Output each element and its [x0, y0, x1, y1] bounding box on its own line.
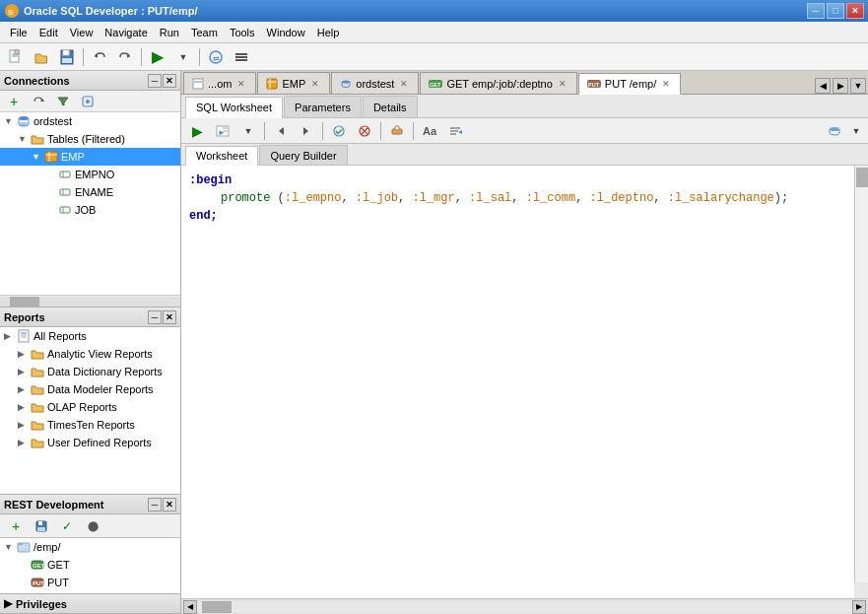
tab-close-btn[interactable]: ✕ [557, 78, 568, 90]
run-script-btn[interactable]: ► [211, 120, 234, 142]
connect-button[interactable]: ⇄ [204, 46, 228, 68]
rest-save-btn[interactable] [30, 515, 53, 537]
query-builder-tab[interactable]: Query Builder [259, 145, 347, 165]
svg-rect-15 [235, 59, 247, 61]
folder-icon [30, 381, 45, 397]
parameters-tab[interactable]: Parameters [284, 96, 362, 117]
save-button[interactable] [55, 46, 79, 68]
tab-ordstest[interactable]: ordstest ✕ [331, 72, 419, 94]
tab-get-emp[interactable]: GET GET emp/:job/:deptno ✕ [420, 72, 576, 94]
tree-item-emp-resource[interactable]: ▼ /emp/ [0, 538, 180, 556]
menu-navigate[interactable]: Navigate [99, 25, 153, 40]
h-scroll-thumb[interactable] [10, 297, 39, 307]
filter-btn[interactable] [51, 91, 75, 112]
menu-run[interactable]: Run [154, 25, 185, 40]
rest-validate-btn[interactable]: ✓ [55, 515, 79, 537]
tree-item-timesten[interactable]: ▶ TimesTen Reports [0, 416, 180, 434]
tab-close-btn[interactable]: ✕ [309, 78, 321, 90]
redo-button[interactable] [113, 46, 137, 68]
scroll-left-btn[interactable]: ◀ [183, 600, 197, 614]
menu-edit[interactable]: Edit [33, 25, 64, 40]
svg-text:PUT: PUT [33, 580, 44, 586]
vertical-scrollbar[interactable] [854, 166, 868, 582]
run-green-button[interactable]: ▶ [146, 46, 169, 68]
tree-item-tables[interactable]: ▼ Tables (Filtered) [0, 130, 180, 148]
menu-tools[interactable]: Tools [224, 25, 261, 40]
tree-item-user-defined[interactable]: ▶ User Defined Reports [0, 434, 180, 451]
more-button[interactable] [230, 46, 253, 68]
sql-nav-next[interactable] [295, 120, 318, 142]
v-scroll-thumb[interactable] [856, 168, 868, 187]
tab-put-emp[interactable]: PUT PUT /emp/ ✕ [578, 73, 681, 95]
connections-minimize-btn[interactable]: ─ [148, 74, 162, 88]
tree-item-ordstest[interactable]: ▼ ordstest [0, 112, 180, 130]
rest-minimize-btn[interactable]: ─ [148, 498, 162, 512]
tree-item-all-reports[interactable]: ▶ All Reports [0, 327, 180, 345]
worksheet-sub-tab[interactable]: Worksheet [185, 146, 258, 166]
tree-item-data-dict[interactable]: ▶ Data Dictionary Reports [0, 363, 180, 380]
add-connection-btn[interactable]: + [2, 91, 26, 112]
sql-worksheet-tab[interactable]: SQL Worksheet [185, 97, 283, 118]
tab-close-btn[interactable]: ✕ [235, 78, 247, 90]
tree-item-empno[interactable]: EMPNO [0, 166, 180, 183]
minimize-button[interactable]: ─ [807, 3, 825, 19]
menu-window[interactable]: Window [261, 25, 311, 40]
open-button[interactable] [30, 46, 53, 68]
rest-more-btn[interactable]: ⬤ [81, 515, 104, 537]
reports-close-btn[interactable]: ✕ [163, 310, 176, 324]
new-button[interactable] [4, 46, 28, 68]
run-dropdown[interactable]: ▼ [171, 46, 195, 68]
run-statement-btn[interactable]: ▶ [185, 120, 209, 142]
tab-nav-left[interactable]: ◀ [815, 78, 831, 94]
tab-close-btn[interactable]: ✕ [398, 78, 410, 90]
tree-item-ename[interactable]: ENAME [0, 183, 180, 201]
cancel-btn[interactable] [385, 120, 409, 142]
menu-file[interactable]: File [4, 25, 33, 40]
reports-minimize-btn[interactable]: ─ [148, 310, 162, 324]
tab-close-btn[interactable]: ✕ [660, 78, 672, 90]
tree-item-emp-put[interactable]: PUT PUT [0, 574, 180, 591]
tab-emp[interactable]: EMP ✕ [257, 72, 330, 94]
sql-nav-prev[interactable] [269, 120, 293, 142]
expand-icon: ▶ [4, 331, 16, 341]
privileges-bar[interactable]: ▶ Privileges [0, 593, 180, 613]
schema-select[interactable] [823, 120, 846, 142]
tab-worksheet-om[interactable]: ...om ✕ [183, 72, 256, 94]
tree-item-data-modeler[interactable]: ▶ Data Modeler Reports [0, 380, 180, 398]
code-content[interactable]: :begin promote ( :l_empno , :l_job , :l_… [181, 166, 854, 598]
tree-item-analytic[interactable]: ▶ Analytic View Reports [0, 345, 180, 363]
schema-dropdown[interactable]: ▼ [848, 120, 864, 142]
close-button[interactable]: ✕ [846, 3, 864, 19]
refresh-connection-btn[interactable] [27, 91, 50, 112]
menu-help[interactable]: Help [311, 25, 346, 40]
rest-close-btn[interactable]: ✕ [163, 498, 176, 512]
tree-item-olap[interactable]: ▶ OLAP Reports [0, 398, 180, 416]
menu-view[interactable]: View [64, 25, 100, 40]
tab-label: Worksheet [196, 150, 247, 162]
details-tab[interactable]: Details [363, 96, 418, 117]
tab-nav-menu[interactable]: ▼ [850, 78, 866, 94]
tab-label: EMP [282, 78, 305, 90]
commit-btn[interactable] [327, 120, 351, 142]
format-btn[interactable] [443, 120, 467, 142]
menu-team[interactable]: Team [185, 25, 224, 40]
scroll-right-btn[interactable]: ▶ [852, 600, 866, 614]
rollback-btn[interactable] [353, 120, 376, 142]
tree-item-job[interactable]: JOB [0, 201, 180, 219]
worksheet-icon [192, 78, 204, 90]
run-dropdown-btn[interactable]: ▼ [236, 120, 260, 142]
rest-add-btn[interactable]: + [4, 515, 28, 537]
maximize-button[interactable]: □ [827, 3, 844, 19]
window-title: Oracle SQL Developer : PUT/emp/ [24, 5, 807, 17]
tree-item-emp-get[interactable]: GET GET [0, 556, 180, 574]
svg-rect-36 [37, 527, 45, 531]
tab-nav-right[interactable]: ▶ [833, 78, 848, 94]
uppercase-btn[interactable]: Aa [418, 120, 441, 142]
connections-close-btn[interactable]: ✕ [163, 74, 176, 88]
tab-label: Parameters [295, 102, 351, 113]
title-bar: S Oracle SQL Developer : PUT/emp/ ─ □ ✕ [0, 0, 868, 22]
h-scroll-thumb[interactable] [202, 601, 232, 613]
tree-item-emp[interactable]: ▼ EMP [0, 148, 180, 166]
schema-btn[interactable] [76, 91, 100, 112]
undo-button[interactable] [88, 46, 111, 68]
